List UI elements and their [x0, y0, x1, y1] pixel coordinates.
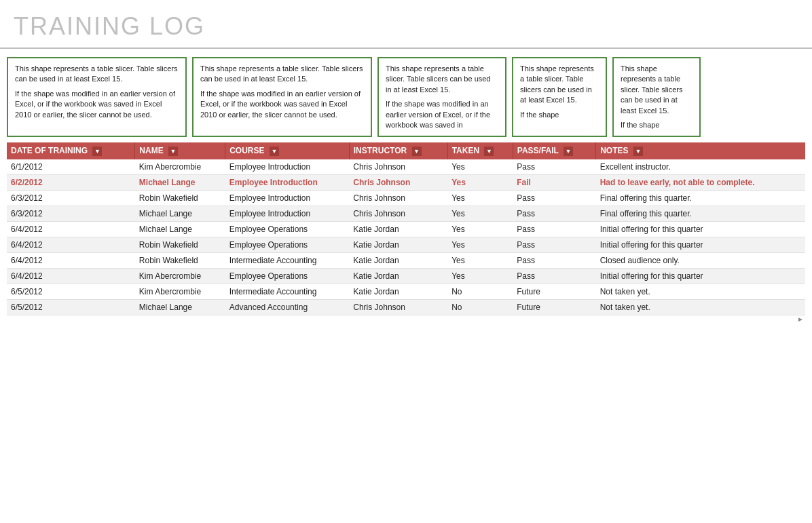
cell-taken-7: Yes	[447, 269, 513, 284]
cell-taken-3: Yes	[447, 206, 513, 222]
col-header-taken: TAKEN ▼	[447, 142, 513, 159]
cell-date-9: 6/5/2012	[7, 300, 135, 315]
slicer-box-2: This shape represents a table slicer. Ta…	[192, 57, 372, 137]
cell-taken-4: Yes	[447, 222, 513, 237]
table-header-row: DATE OF TRAINING ▼NAME ▼COURSE ▼INSTRUCT…	[7, 142, 805, 159]
col-header-date: DATE OF TRAINING ▼	[7, 142, 135, 159]
table-row: 6/2/2012Michael LangeEmployee Introducti…	[7, 175, 805, 191]
cell-course-1: Employee Introduction	[225, 175, 350, 191]
cell-notes-3: Final offering this quarter.	[596, 206, 805, 222]
cell-date-8: 6/5/2012	[7, 284, 135, 300]
table-row: 6/5/2012Michael LangeAdvanced Accounting…	[7, 300, 805, 315]
col-header-course: COURSE ▼	[225, 142, 350, 159]
scroll-hint: ►	[7, 315, 805, 323]
filter-arrow-course[interactable]: ▼	[270, 147, 279, 156]
cell-notes-9: Not taken yet.	[596, 300, 805, 315]
cell-notes-7: Initial offering for this quarter	[596, 269, 805, 284]
cell-course-7: Employee Operations	[225, 269, 350, 284]
table-row: 6/3/2012Michael LangeEmployee Introducti…	[7, 206, 805, 222]
table-row: 6/4/2012Michael LangeEmployee Operations…	[7, 222, 805, 237]
col-header-name: NAME ▼	[135, 142, 225, 159]
cell-date-0: 6/1/2012	[7, 159, 135, 175]
cell-passfail-8: Future	[513, 284, 595, 300]
slicer-box-3: This shape represents a table slicer. Ta…	[377, 57, 506, 137]
cell-taken-2: Yes	[447, 191, 513, 206]
cell-passfail-2: Pass	[513, 191, 595, 206]
cell-course-3: Employee Introduction	[225, 206, 350, 222]
cell-notes-6: Closed audience only.	[596, 253, 805, 269]
cell-notes-0: Excellent instructor.	[596, 159, 805, 175]
cell-instructor-3: Chris Johnson	[349, 206, 447, 222]
cell-notes-1: Had to leave early, not able to complete…	[596, 175, 805, 191]
cell-passfail-5: Pass	[513, 237, 595, 253]
filter-arrow-date[interactable]: ▼	[92, 147, 102, 156]
cell-name-5: Robin Wakefield	[135, 237, 225, 253]
table-body: 6/1/2012Kim AbercrombieEmployee Introduc…	[7, 159, 805, 315]
cell-name-6: Robin Wakefield	[135, 253, 225, 269]
table-row: 6/4/2012Kim AbercrombieEmployee Operatio…	[7, 269, 805, 284]
cell-taken-8: No	[447, 284, 513, 300]
cell-passfail-9: Future	[513, 300, 595, 315]
cell-instructor-7: Katie Jordan	[349, 269, 447, 284]
training-table: DATE OF TRAINING ▼NAME ▼COURSE ▼INSTRUCT…	[7, 142, 805, 315]
cell-name-2: Robin Wakefield	[135, 191, 225, 206]
cell-passfail-0: Pass	[513, 159, 595, 175]
cell-name-7: Kim Abercrombie	[135, 269, 225, 284]
cell-passfail-7: Pass	[513, 269, 595, 284]
cell-notes-5: Initial offering for this quarter	[596, 237, 805, 253]
cell-taken-6: Yes	[447, 253, 513, 269]
cell-instructor-1: Chris Johnson	[349, 175, 447, 191]
cell-instructor-8: Katie Jordan	[349, 284, 447, 300]
cell-date-6: 6/4/2012	[7, 253, 135, 269]
cell-name-9: Michael Lange	[135, 300, 225, 315]
table-container: DATE OF TRAINING ▼NAME ▼COURSE ▼INSTRUCT…	[0, 142, 812, 323]
cell-passfail-4: Pass	[513, 222, 595, 237]
cell-passfail-6: Pass	[513, 253, 595, 269]
table-row: 6/5/2012Kim AbercrombieIntermediate Acco…	[7, 284, 805, 300]
cell-course-5: Employee Operations	[225, 237, 350, 253]
cell-taken-1: Yes	[447, 175, 513, 191]
col-header-instructor: INSTRUCTOR ▼	[349, 142, 447, 159]
cell-name-3: Michael Lange	[135, 206, 225, 222]
cell-name-0: Kim Abercrombie	[135, 159, 225, 175]
cell-passfail-3: Pass	[513, 206, 595, 222]
filter-arrow-instructor[interactable]: ▼	[412, 147, 422, 156]
cell-notes-8: Not taken yet.	[596, 284, 805, 300]
filter-arrow-notes[interactable]: ▼	[633, 147, 643, 156]
slicer-box-4: This shape represents a table slicer. Ta…	[512, 57, 607, 137]
cell-instructor-6: Katie Jordan	[349, 253, 447, 269]
filter-arrow-name[interactable]: ▼	[168, 147, 178, 156]
table-row: 6/1/2012Kim AbercrombieEmployee Introduc…	[7, 159, 805, 175]
cell-passfail-1: Fail	[513, 175, 595, 191]
cell-date-5: 6/4/2012	[7, 237, 135, 253]
cell-instructor-0: Chris Johnson	[349, 159, 447, 175]
filter-arrow-taken[interactable]: ▼	[484, 147, 494, 156]
cell-date-3: 6/3/2012	[7, 206, 135, 222]
cell-course-2: Employee Introduction	[225, 191, 350, 206]
cell-notes-4: Initial offering for this quarter	[596, 222, 805, 237]
slicer-box-1: This shape represents a table slicer. Ta…	[7, 57, 187, 137]
cell-taken-9: No	[447, 300, 513, 315]
cell-date-4: 6/4/2012	[7, 222, 135, 237]
cell-date-2: 6/3/2012	[7, 191, 135, 206]
table-row: 6/4/2012Robin WakefieldEmployee Operatio…	[7, 237, 805, 253]
cell-instructor-4: Katie Jordan	[349, 222, 447, 237]
slicer-box-5: This shape represents a table slicer. Ta…	[612, 57, 701, 137]
cell-course-0: Employee Introduction	[225, 159, 350, 175]
cell-instructor-2: Chris Johnson	[349, 191, 447, 206]
table-row: 6/3/2012Robin WakefieldEmployee Introduc…	[7, 191, 805, 206]
cell-course-8: Intermediate Accounting	[225, 284, 350, 300]
cell-name-1: Michael Lange	[135, 175, 225, 191]
cell-course-6: Intermediate Accounting	[225, 253, 350, 269]
cell-date-1: 6/2/2012	[7, 175, 135, 191]
col-header-passfail: PASS/FAIL ▼	[513, 142, 595, 159]
cell-instructor-9: Chris Johnson	[349, 300, 447, 315]
cell-instructor-5: Katie Jordan	[349, 237, 447, 253]
cell-course-4: Employee Operations	[225, 222, 350, 237]
cell-taken-0: Yes	[447, 159, 513, 175]
cell-name-4: Michael Lange	[135, 222, 225, 237]
cell-notes-2: Final offering this quarter.	[596, 191, 805, 206]
filter-arrow-passfail[interactable]: ▼	[564, 147, 573, 156]
cell-name-8: Kim Abercrombie	[135, 284, 225, 300]
table-row: 6/4/2012Robin WakefieldIntermediate Acco…	[7, 253, 805, 269]
